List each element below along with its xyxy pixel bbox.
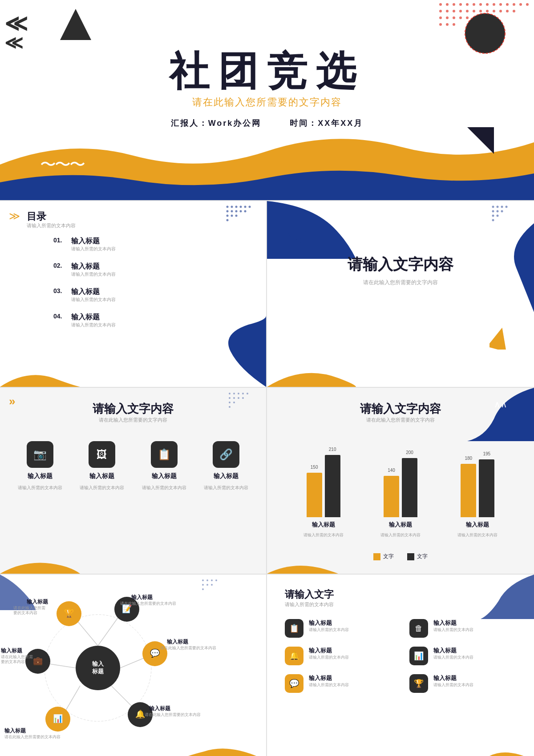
svg-point-7 <box>466 3 469 6</box>
svg-point-31 <box>453 16 455 19</box>
svg-text:请在此输入您所需要的文本内容: 请在此输入您所需要的文本内容 <box>120 601 176 606</box>
svg-point-64 <box>501 210 503 213</box>
s5-bar-group-2: 140 200 输入标题 请输入所需的文本内容 <box>380 458 421 538</box>
svg-point-79 <box>242 397 244 399</box>
svg-point-56 <box>235 215 238 217</box>
slide-6: 输入 标题 🏆 📝 💬 🔔 📊 <box>0 574 267 756</box>
s7-orange-blob <box>490 725 534 756</box>
list-item: 🗑 输入标题请输入所需的文本内容 <box>409 619 516 638</box>
s7-title: 请输入文字 <box>285 588 334 601</box>
svg-text:≪: ≪ <box>4 11 28 36</box>
svg-point-78 <box>238 397 239 399</box>
s7-icon-4: 📊 <box>409 647 428 665</box>
svg-line-104 <box>111 686 134 708</box>
s4-icon-box-4: 🔗 <box>213 441 239 468</box>
svg-point-76 <box>229 397 231 399</box>
list-item: 02. 输入标题请输入所需的文本内容 <box>53 262 257 277</box>
svg-point-61 <box>506 206 508 208</box>
s3-title: 请输入文字内容 <box>267 254 534 275</box>
svg-point-10 <box>486 3 489 6</box>
svg-point-4 <box>446 3 449 6</box>
svg-point-50 <box>231 210 233 213</box>
s5-subtitle: 请在此输入您所需要的文字内容 <box>267 417 534 423</box>
s4-orange-blob <box>0 529 80 574</box>
s3-triangle <box>490 327 510 351</box>
wave-symbol: 〜〜〜 <box>40 154 84 176</box>
s4-icon-box-1: 📷 <box>27 441 53 468</box>
s3-circle-outline <box>283 217 312 247</box>
list-item: 04. 输入标题请输入所需的文本内容 <box>53 313 257 328</box>
svg-point-13 <box>506 3 509 6</box>
svg-marker-70 <box>490 327 510 350</box>
svg-point-45 <box>235 206 238 208</box>
svg-point-15 <box>519 3 522 6</box>
svg-line-101 <box>120 657 147 668</box>
svg-text:输入标题: 输入标题 <box>0 647 22 654</box>
s4-icon-box-3: 📋 <box>151 441 178 468</box>
slide-7: 请输入文字 请输入所需的文本内容 📋 输入标题请输入所需的文本内容 🗑 输入标题… <box>267 574 534 756</box>
svg-marker-42 <box>467 127 494 154</box>
slides-row3: » 请输入文字内容 请在此输入您所需要的文字内容 📷 输入标题 请输入所需的文本… <box>0 387 534 574</box>
svg-text:要的文本内容: 要的文本内容 <box>13 611 37 615</box>
svg-text:💼: 💼 <box>33 656 43 666</box>
svg-point-60 <box>501 206 503 208</box>
s7-icon-2: 🗑 <box>409 619 428 638</box>
s7-icon-3: 🔔 <box>285 647 303 665</box>
slide-2: ≫ 目录 请输入所需的文本内容 01. 输入标题请输入所需的文本内容 02. <box>0 200 267 387</box>
s5-title: 请输入文字内容 <box>267 401 534 417</box>
svg-point-28 <box>513 10 515 12</box>
svg-text:标题: 标题 <box>92 668 104 675</box>
s3-blue-blob <box>267 201 356 259</box>
svg-text:要的文本内容: 要的文本内容 <box>1 659 25 664</box>
svg-text:请在此输入您所需要的文本内容: 请在此输入您所需要的文本内容 <box>4 735 61 739</box>
svg-point-57 <box>227 219 229 221</box>
s3-subtitle: 请在此输入您所需要的文字内容 <box>267 279 534 286</box>
slide-4: » 请输入文字内容 请在此输入您所需要的文字内容 📷 输入标题 请输入所需的文本… <box>0 387 267 574</box>
s4-icon-box-2: 🖼 <box>89 441 115 468</box>
top-left-decoration: ≪ ≪ <box>4 4 58 51</box>
s4-icon-item: 🔗 输入标题 请输入所需的文本内容 <box>202 441 251 491</box>
triangle-decoration <box>58 7 93 44</box>
svg-point-74 <box>242 393 244 394</box>
svg-text:请在此输入您所需: 请在此输入您所需 <box>13 606 45 610</box>
svg-text:请在此输入您所需要的文本内容: 请在此输入您所需要的文本内容 <box>145 712 201 717</box>
svg-point-32 <box>459 16 462 19</box>
svg-point-72 <box>233 393 235 394</box>
svg-point-48 <box>249 206 251 208</box>
svg-text:输入标题: 输入标题 <box>131 594 153 600</box>
list-item: 03. 输入标题请输入所需的文本内容 <box>53 287 257 303</box>
svg-point-77 <box>233 397 235 399</box>
slide-1: ≪ ≪ 社团竞选 请在此输入您所需要的文字内容 <box>0 0 534 200</box>
list-item: 💬 输入标题请输入所需的文本内容 <box>285 674 392 693</box>
svg-point-38 <box>446 23 449 26</box>
slide1-subtitle: 请在此输入您所需要的文字内容 <box>0 96 534 109</box>
svg-point-58 <box>492 206 494 208</box>
svg-text:输入标题: 输入标题 <box>166 639 188 645</box>
slides-row2: ≫ 目录 请输入所需的文本内容 01. 输入标题请输入所需的文本内容 02. <box>0 200 534 387</box>
svg-point-6 <box>459 3 462 6</box>
s5-legend: 文字 文字 <box>373 553 428 560</box>
s2-title: 目录 <box>27 210 46 223</box>
svg-point-54 <box>227 215 229 217</box>
s7-icon-1: 📋 <box>285 619 303 638</box>
svg-text:🔔: 🔔 <box>135 709 146 719</box>
svg-point-5 <box>453 3 455 6</box>
svg-point-67 <box>492 219 494 221</box>
svg-point-49 <box>227 210 229 213</box>
svg-point-75 <box>247 393 248 394</box>
svg-point-29 <box>439 16 442 19</box>
svg-text:请在此输入您所需要的文本内容: 请在此输入您所需要的文本内容 <box>160 646 216 650</box>
svg-text:🏆: 🏆 <box>64 608 74 618</box>
s7-icon-5: 💬 <box>285 674 303 693</box>
s3-orange-blob <box>267 342 356 387</box>
svg-point-8 <box>473 3 475 6</box>
list-item: 01. 输入标题请输入所需的文本内容 <box>53 237 257 252</box>
right-triangle <box>467 127 494 156</box>
svg-point-17 <box>439 10 442 12</box>
svg-point-37 <box>439 23 442 26</box>
s2-chevrons: ≫ <box>9 210 20 222</box>
svg-point-65 <box>492 215 494 217</box>
svg-point-73 <box>238 393 239 394</box>
svg-point-66 <box>497 215 499 217</box>
svg-point-63 <box>497 210 499 213</box>
